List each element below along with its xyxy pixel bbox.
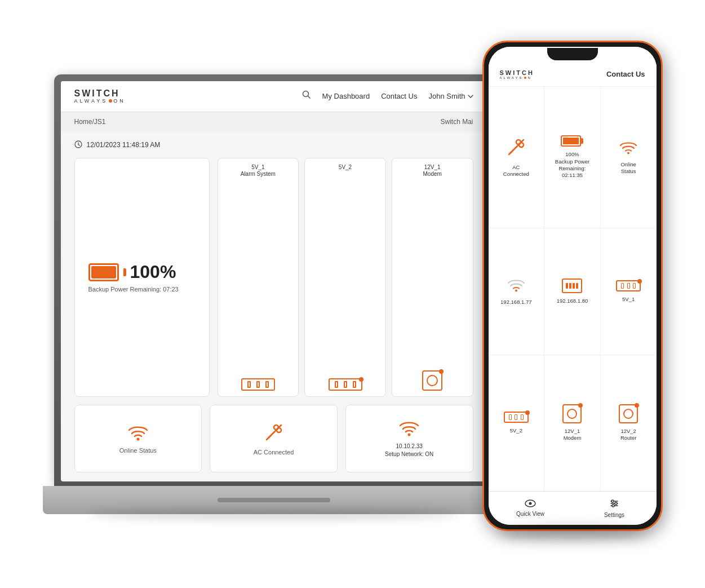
wifi-icon-phone-2 [507,277,526,294]
laptop-main-grid: 100% Backup Power Remaining: 07:23 5V_1A… [74,158,473,397]
plug-icon-phone [506,137,526,160]
phone-shadow [500,526,645,540]
device-card-12v1: 12V_1Modem [392,158,473,397]
nav-my-dashboard[interactable]: My Dashboard [322,92,370,100]
network-label: 10.10.2.33Setup Network: ON [385,443,433,458]
phone-logo-subtitle: ALWAYS N [500,76,534,79]
phone-frame: SWITCH ALWAYS N Contact Us [482,41,663,531]
quick-view-button[interactable]: Quick View [489,492,573,525]
logo-dot [109,99,112,103]
battery-percent: 100% [130,262,176,282]
logo-subtitle: ALWAYS ON [74,98,126,104]
phone-logo-title: SWITCH [500,69,534,76]
phone-cell-ac-label: ACConnected [503,164,529,178]
svg-point-20 [529,502,532,505]
modem-icon-12v1-phone [562,404,582,423]
laptop-screen-outer: SWITCH ALWAYS ON My Dashboard Contact Us [54,74,494,486]
svg-point-11 [408,433,411,436]
svg-line-4 [78,144,80,145]
phone-cell-12v1: 12V_1Modem [544,355,600,490]
phone: SWITCH ALWAYS N Contact Us [482,41,663,531]
svg-point-18 [515,290,517,292]
battery-card: 100% Backup Power Remaining: 07:23 [74,158,210,397]
phone-notch [547,48,598,60]
svg-point-25 [615,502,617,505]
svg-point-17 [627,152,629,154]
devices-grid: 5V_1Alarm System 5V_2 [218,158,473,397]
svg-point-15 [519,143,524,147]
status-card-online: Online Status [74,405,202,472]
settings-label: Settings [604,512,624,518]
strip-icon-5v2-phone [504,412,529,423]
svg-line-10 [268,435,271,439]
wifi-network-icon [398,419,420,438]
settings-icon [609,498,619,510]
phone-cell-5v2: 5V_2 [489,355,544,490]
phone-cell-online: OnlineStatus [601,87,657,228]
status-card-ac: AC Connected [210,405,338,472]
svg-point-24 [611,500,614,502]
settings-button[interactable]: Settings [573,492,657,525]
strip-icon-5v1-phone [616,280,641,291]
ethernet-icon-phone [562,278,582,293]
phone-cell-12v1-label: 12V_1Modem [564,428,582,442]
battery-icon-phone [561,135,583,147]
phone-screen: SWITCH ALWAYS N Contact Us [489,47,657,525]
status-card-network: 10.10.2.33Setup Network: ON [345,405,473,472]
laptop-hinge [218,498,330,502]
nav-user[interactable]: John Smith [428,92,473,100]
logo-title: SWITCH [74,89,126,98]
strip-icon-5v1 [241,378,275,391]
breadcrumb-right: Switch Mai [440,118,473,126]
device-label-12v1: 12V_1Modem [423,164,442,178]
phone-cell-online-label: OnlineStatus [620,161,636,175]
quick-view-label: Quick View [516,511,544,517]
phone-cell-12v2: 12V_2Router [601,355,657,490]
modem-icon-12v2-phone [619,404,638,423]
phone-cell-ip2-label: 192.168.1.80 [557,298,588,304]
wifi-icon-phone-1 [619,140,638,157]
laptop-breadcrumb: Home/JS1 Switch Mai [61,112,487,131]
device-card-5v2: 5V_2 [304,158,386,397]
phone-contact-us[interactable]: Contact Us [606,70,645,78]
phone-cell-battery: 100%Backup PowerRemaining:02:11:35 [544,87,600,228]
phone-cell-ip1-label: 192.168.1.77 [500,299,531,306]
wifi-icon-large [127,423,149,443]
plug-icon-large [263,422,285,444]
breadcrumb-path: Home/JS1 [74,118,106,126]
nav-contact-us[interactable]: Contact Us [381,92,417,100]
timestamp-text: 12/01/2023 11:48:19 AM [87,141,161,149]
search-icon[interactable] [302,90,311,102]
modem-icon-12v1 [422,370,442,391]
phone-cell-ip1: 192.168.1.77 [489,228,544,355]
device-label-5v2: 5V_2 [339,164,352,171]
strip-icon-5v2 [329,378,362,391]
timestamp: 12/01/2023 11:48:19 AM [74,140,473,150]
svg-point-9 [277,428,281,432]
phone-cell-ip2: 192.168.1.80 [544,228,600,355]
svg-line-1 [308,96,310,99]
phone-cell-5v1: 5V_1 [601,228,657,355]
laptop: SWITCH ALWAYS ON My Dashboard Contact Us [43,74,505,514]
phone-cell-ac: ACConnected [489,87,544,228]
phone-logo: SWITCH ALWAYS N [500,69,534,79]
laptop-content: 12/01/2023 11:48:19 AM [61,131,487,481]
phone-logo-dot [524,77,526,79]
clock-icon [74,140,82,150]
laptop-screen: SWITCH ALWAYS ON My Dashboard Contact Us [61,81,487,481]
phone-bottom-bar: Quick View [489,491,657,525]
battery-label: Backup Power Remaining: 07:23 [88,286,179,293]
svg-line-16 [510,150,513,153]
laptop-logo: SWITCH ALWAYS ON [74,89,126,104]
battery-icon-large [88,263,122,281]
svg-point-26 [612,505,614,507]
eye-icon [525,499,536,509]
device-card-5v1: 5V_1Alarm System [218,158,299,397]
status-card-ac-label: AC Connected [254,449,294,456]
phone-grid: ACConnected 100%Backup PowerRemaining:02… [489,87,657,491]
laptop-status-grid: Online Status [74,405,473,472]
laptop-nav: SWITCH ALWAYS ON My Dashboard Contact Us [61,81,487,112]
phone-cell-battery-label: 100%Backup PowerRemaining:02:11:35 [555,151,589,179]
phone-cell-5v1-label: 5V_1 [622,296,635,303]
laptop-shadow [89,509,459,520]
